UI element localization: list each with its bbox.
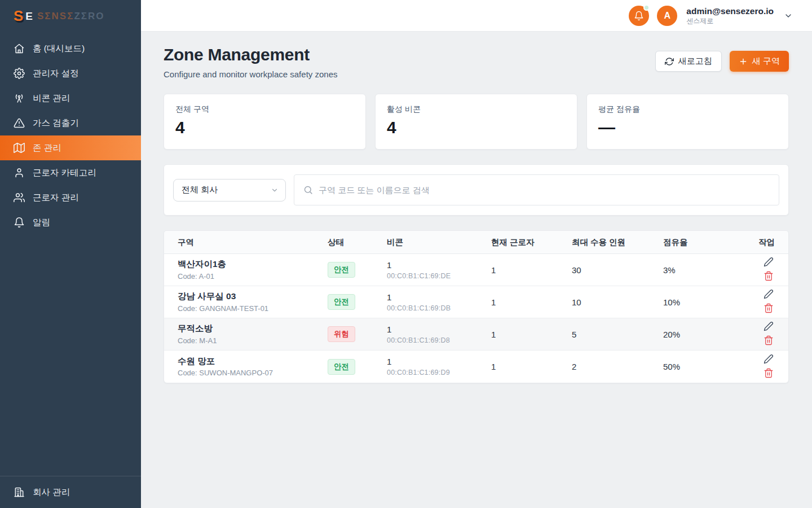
table-row[interactable]: 강남 사무실 03 Code: GANGNAM-TEST-01 안전 1 00:… (164, 286, 788, 318)
status-badge: 안전 (328, 294, 355, 310)
app-logo: S E SΣNSΣZΣRO (0, 0, 141, 32)
home-icon (14, 43, 25, 54)
filter-bar: 전체 회사 (164, 164, 789, 216)
sidebar-item-workers[interactable]: 근로자 관리 (0, 185, 141, 210)
refresh-button-label: 새로고침 (678, 56, 712, 67)
sidebar-item-zones[interactable]: 존 관리 (0, 135, 141, 160)
actions-cell (742, 320, 775, 348)
stat-card-total-zones: 전체 구역 4 (164, 94, 366, 150)
edit-zone-button[interactable] (762, 320, 775, 334)
trash-icon (764, 335, 774, 345)
max-capacity: 10 (572, 297, 663, 307)
top-header: A admin@sensezero.io 센스제로 (141, 0, 812, 32)
chevron-down-icon[interactable] (784, 11, 793, 20)
logo-wordmark: SΣNSΣZΣRO (37, 11, 104, 21)
zone-cell: 무적소방 Code: M-A1 (178, 323, 328, 345)
beacon-count: 1 (387, 292, 491, 302)
stat-value: 4 (387, 118, 566, 137)
col-header-capacity: 최대 수용 인원 (572, 237, 663, 248)
company-select-value: 전체 회사 (182, 185, 218, 195)
sidebar-item-label: 알림 (33, 217, 50, 229)
logo-mark-icon: S (14, 8, 23, 23)
zone-name: 무적소방 (178, 323, 328, 334)
edit-zone-button[interactable] (762, 256, 775, 270)
table-row[interactable]: 수원 망포 Code: SUWON-MANGPO-07 안전 1 00:C0:B… (164, 351, 788, 383)
edit-zone-button[interactable] (762, 288, 775, 302)
occupancy: 3% (663, 265, 742, 275)
status-badge: 안전 (328, 359, 355, 375)
edit-zone-button[interactable] (762, 353, 775, 367)
zone-cell: 백산자이1층 Code: A-01 (178, 259, 328, 281)
avatar[interactable]: A (657, 6, 677, 26)
sidebar-item-label: 관리자 설정 (33, 68, 79, 80)
delete-zone-button[interactable] (762, 270, 775, 284)
pencil-icon (764, 289, 774, 299)
page-subtitle: Configure and monitor workplace safety z… (164, 69, 338, 79)
delete-zone-button[interactable] (762, 302, 775, 316)
zone-cell: 수원 망포 Code: SUWON-MANGPO-07 (178, 356, 328, 378)
stat-label: 전체 구역 (175, 104, 354, 115)
gear-icon (14, 68, 25, 79)
sidebar-item-label: 가스 검출기 (33, 117, 79, 129)
notifications-button[interactable] (629, 6, 649, 26)
delete-zone-button[interactable] (762, 334, 775, 348)
user-org: 센스제로 (686, 17, 774, 25)
refresh-button[interactable]: 새로고침 (655, 51, 722, 72)
beacon-icon (14, 93, 25, 104)
refresh-icon (665, 57, 674, 66)
col-header-actions: 작업 (742, 237, 775, 248)
beacon-cell: 1 00:C0:B1:C1:69:D8 (387, 325, 491, 344)
trash-icon (764, 368, 774, 378)
beacon-mac: 00:C0:B1:C1:69:D8 (387, 336, 491, 344)
pencil-icon (764, 321, 774, 331)
max-capacity: 5 (572, 330, 663, 339)
zone-name: 백산자이1층 (178, 259, 328, 270)
sidebar-item-label: 홈 (대시보드) (33, 43, 85, 55)
stat-value: 4 (175, 118, 354, 137)
sidebar-item-alerts[interactable]: 알림 (0, 210, 141, 235)
sidebar-item-worker-categories[interactable]: 근로자 카테고리 (0, 160, 141, 185)
trash-icon (764, 303, 774, 313)
zone-cell: 강남 사무실 03 Code: GANGNAM-TEST-01 (178, 291, 328, 313)
new-zone-button-label: 새 구역 (752, 56, 780, 67)
stat-label: 평균 점유율 (598, 104, 777, 115)
sidebar-item-companies[interactable]: 회사 관리 (0, 476, 141, 508)
sidebar-item-home[interactable]: 홈 (대시보드) (0, 36, 141, 61)
beacon-cell: 1 00:C0:B1:C1:69:DB (387, 292, 491, 312)
beacon-mac: 00:C0:B1:C1:69:D9 (387, 369, 491, 376)
sidebar-item-gas-detectors[interactable]: 가스 검출기 (0, 111, 141, 135)
new-zone-button[interactable]: 새 구역 (730, 51, 789, 72)
max-capacity: 30 (572, 265, 663, 275)
sidebar-item-admin-settings[interactable]: 관리자 설정 (0, 61, 141, 86)
bell-icon (14, 217, 25, 228)
actions-cell (742, 353, 775, 381)
stat-value: — (598, 118, 777, 137)
current-workers: 1 (491, 297, 572, 307)
status-cell: 안전 (328, 359, 387, 375)
beacon-cell: 1 00:C0:B1:C1:69:D9 (387, 357, 491, 376)
trash-icon (764, 271, 774, 281)
map-icon (14, 142, 25, 154)
status-badge: 안전 (328, 262, 355, 278)
company-select[interactable]: 전체 회사 (173, 179, 286, 202)
zone-code: Code: GANGNAM-TEST-01 (178, 304, 328, 313)
zone-code: Code: M-A1 (178, 336, 328, 345)
delete-zone-button[interactable] (762, 367, 775, 381)
table-row[interactable]: 무적소방 Code: M-A1 위험 1 00:C0:B1:C1:69:D8 1… (164, 318, 788, 351)
current-workers: 1 (491, 330, 572, 339)
occupancy: 50% (663, 362, 742, 371)
pencil-icon (764, 257, 774, 267)
table-row[interactable]: 백산자이1층 Code: A-01 안전 1 00:C0:B1:C1:69:DE… (164, 254, 788, 286)
warning-triangle-icon (14, 117, 25, 129)
beacon-mac: 00:C0:B1:C1:69:DE (387, 272, 491, 280)
stat-card-avg-occupancy: 평균 점유율 — (586, 94, 789, 150)
sidebar-item-beacons[interactable]: 비콘 관리 (0, 86, 141, 111)
zone-search-input[interactable] (319, 185, 770, 195)
bell-icon (634, 11, 644, 21)
beacon-cell: 1 00:C0:B1:C1:69:DE (387, 260, 491, 280)
sidebar: S E SΣNSΣZΣRO 홈 (대시보드) 관리자 설정 비콘 관리 가스 검… (0, 0, 141, 508)
beacon-mac: 00:C0:B1:C1:69:DB (387, 304, 491, 312)
zone-code: Code: SUWON-MANGPO-07 (178, 369, 328, 377)
occupancy: 20% (663, 330, 742, 339)
zone-search[interactable] (294, 174, 779, 205)
